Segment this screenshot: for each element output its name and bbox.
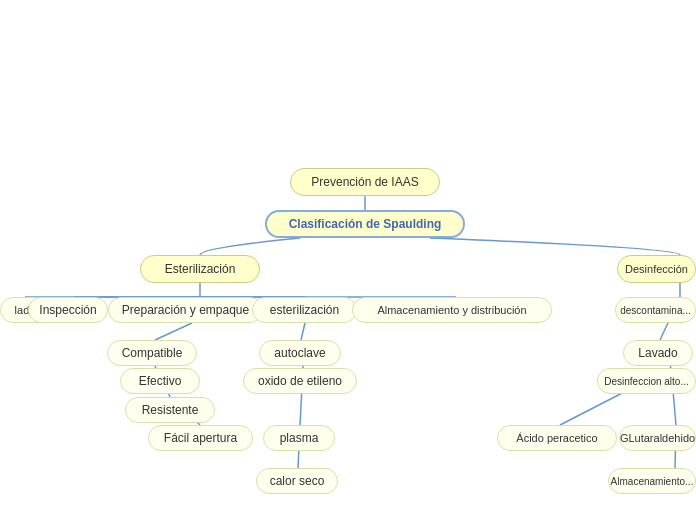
node-autoclave: autoclave xyxy=(259,340,341,366)
node-root-label: Prevención de IAAS xyxy=(311,175,418,189)
node-facil-apertura: Fácil apertura xyxy=(148,425,253,451)
node-efectivo-label: Efectivo xyxy=(139,374,182,388)
node-almacenamiento2: Almacenamiento... xyxy=(608,468,696,494)
node-preparacion: Preparación y empaque xyxy=(108,297,263,323)
node-lavado-label: Lavado xyxy=(638,346,677,360)
node-efectivo: Efectivo xyxy=(120,368,200,394)
node-plasma-label: plasma xyxy=(280,431,319,445)
node-glutaraldehido: GLutaraldehido xyxy=(619,425,696,451)
node-facil-apertura-label: Fácil apertura xyxy=(164,431,237,445)
node-lavado: Lavado xyxy=(623,340,693,366)
node-oxido-etileno-label: oxido de etileno xyxy=(258,374,342,388)
node-autoclave-label: autoclave xyxy=(274,346,325,360)
node-resistente-label: Resistente xyxy=(142,403,199,417)
node-oxido-etileno: oxido de etileno xyxy=(243,368,357,394)
node-desinfeccion-alto: Desinfeccion alto... xyxy=(597,368,696,394)
node-spaulding: Clasificación de Spaulding xyxy=(265,210,465,238)
mindmap-container: Prevención de IAAS Clasificación de Spau… xyxy=(0,0,696,520)
node-calor-seco: calor seco xyxy=(256,468,338,494)
node-esterilizacion2: esterilización xyxy=(252,297,357,323)
node-calor-seco-label: calor seco xyxy=(270,474,325,488)
node-inspeccion-label: Inspección xyxy=(39,303,96,317)
node-desinfeccion: Desinfección xyxy=(617,255,696,283)
node-almacenamiento-dist-label: Almacenamiento y distribución xyxy=(377,304,526,316)
node-root: Prevención de IAAS xyxy=(290,168,440,196)
node-compatible: Compatible xyxy=(107,340,197,366)
node-spaulding-label: Clasificación de Spaulding xyxy=(289,217,442,231)
node-compatible-label: Compatible xyxy=(122,346,183,360)
node-almacenamiento-dist: Almacenamiento y distribución xyxy=(352,297,552,323)
svg-line-7 xyxy=(155,323,192,340)
node-inspeccion: Inspección xyxy=(28,297,108,323)
node-esterilizacion: Esterilización xyxy=(140,255,260,283)
node-descontamina-label: descontamina... xyxy=(620,305,691,316)
node-descontamina: descontamina... xyxy=(615,297,696,323)
node-plasma: plasma xyxy=(263,425,335,451)
node-acido-peracetico-label: Ácido peracetico xyxy=(516,432,597,444)
node-desinfeccion-label: Desinfección xyxy=(625,263,688,275)
node-resistente: Resistente xyxy=(125,397,215,423)
node-preparacion-label: Preparación y empaque xyxy=(122,303,249,317)
node-acido-peracetico: Ácido peracetico xyxy=(497,425,617,451)
node-esterilizacion-label: Esterilización xyxy=(165,262,236,276)
node-glutaraldehido-label: GLutaraldehido xyxy=(620,432,695,444)
node-desinfeccion-alto-label: Desinfeccion alto... xyxy=(604,376,689,387)
node-esterilizacion2-label: esterilización xyxy=(270,303,339,317)
node-almacenamiento2-label: Almacenamiento... xyxy=(611,476,694,487)
svg-line-11 xyxy=(301,323,305,340)
